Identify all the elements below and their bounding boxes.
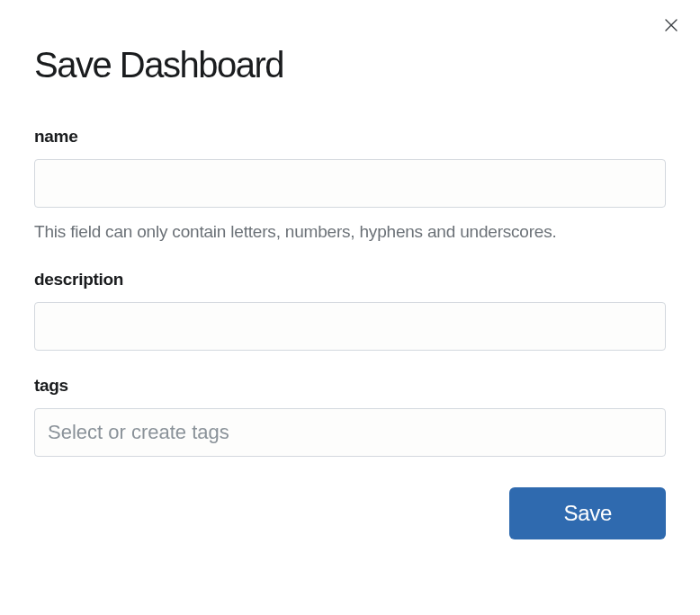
- tags-field-group: tags: [34, 376, 666, 457]
- description-label: description: [34, 270, 666, 290]
- description-field-group: description: [34, 270, 666, 351]
- button-row: Save: [34, 487, 666, 539]
- name-input[interactable]: [34, 159, 666, 208]
- close-button[interactable]: [660, 16, 682, 38]
- name-label: name: [34, 127, 666, 147]
- tags-input[interactable]: [34, 408, 666, 457]
- close-icon: [663, 17, 679, 37]
- name-hint: This field can only contain letters, num…: [34, 218, 666, 245]
- modal-title: Save Dashboard: [34, 45, 666, 85]
- save-dashboard-modal: Save Dashboard name This field can only …: [0, 0, 700, 566]
- tags-label: tags: [34, 376, 666, 396]
- save-button[interactable]: Save: [509, 487, 666, 539]
- description-input[interactable]: [34, 302, 666, 351]
- name-field-group: name This field can only contain letters…: [34, 127, 666, 245]
